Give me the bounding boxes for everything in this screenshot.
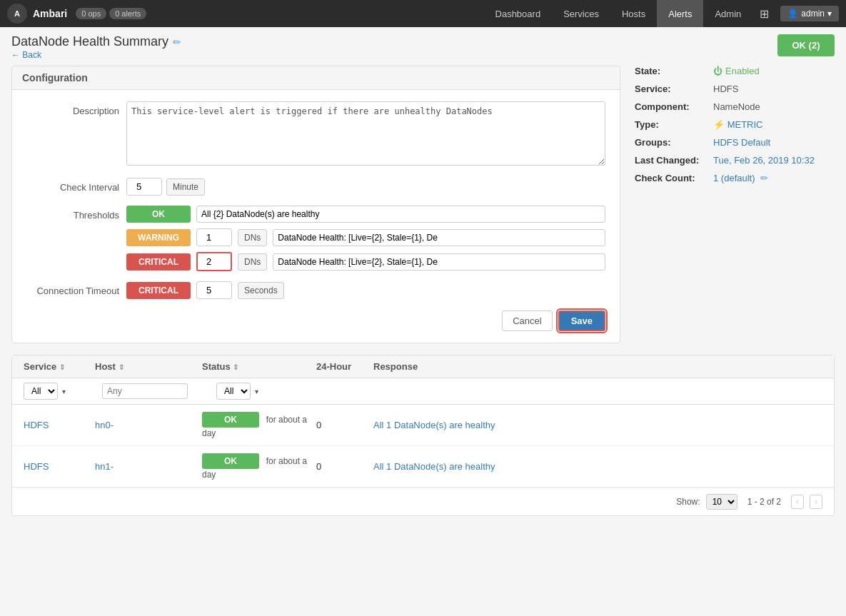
row1-status: OK for about a day: [202, 412, 316, 438]
user-dropdown-icon: ▾: [827, 9, 832, 19]
thresholds-row: Thresholds OK WARNING: [26, 206, 605, 271]
row2-service: HDFS: [24, 461, 95, 472]
show-select[interactable]: 10: [706, 494, 737, 510]
check-count-edit-icon[interactable]: ✏: [760, 173, 768, 183]
nav-links: Dashboard Services Hosts Alerts Admin: [484, 0, 753, 27]
back-link[interactable]: ← Back: [11, 50, 41, 60]
groups-row: Groups: HDFS Default: [635, 137, 835, 148]
table-filter-row: All ▾ All ▾: [12, 378, 834, 405]
row1-service-link[interactable]: HDFS: [24, 420, 49, 430]
status-filter-select[interactable]: All: [216, 383, 251, 400]
status-filter-cell: All ▾: [216, 383, 331, 400]
description-row: Description This service-level alert is …: [26, 101, 605, 168]
connection-timeout-input[interactable]: [196, 281, 232, 299]
critical-threshold-text[interactable]: [273, 253, 605, 271]
main-content: Configuration Description This service-l…: [11, 66, 835, 343]
save-button[interactable]: Save: [558, 310, 605, 331]
ok-threshold-row: OK: [126, 206, 605, 223]
status-sort-icon[interactable]: ⇕: [233, 363, 238, 371]
col-header-service: Service ⇕: [24, 361, 95, 372]
check-count-label: Check Count:: [635, 173, 713, 183]
check-interval-input[interactable]: [126, 178, 162, 196]
config-panel: Configuration Description This service-l…: [11, 66, 620, 343]
edit-icon[interactable]: ✏: [173, 36, 181, 48]
row2-service-link[interactable]: HDFS: [24, 461, 49, 472]
row2-response: All 1 DataNode(s) are healthy: [373, 461, 822, 472]
pagination-prev[interactable]: ‹: [791, 495, 804, 509]
col-header-host: Host ⇕: [95, 361, 202, 372]
state-value: ⏻ Enabled: [713, 66, 760, 76]
connection-timeout-unit: Seconds: [238, 282, 284, 299]
host-filter-input[interactable]: [102, 383, 188, 399]
check-interval-control: Minute: [126, 178, 605, 196]
col-header-24hour: 24-Hour: [316, 361, 373, 372]
thresholds-label: Thresholds: [26, 206, 119, 221]
type-label: Type:: [635, 119, 713, 130]
service-info-row: Service: HDFS: [635, 84, 835, 94]
critical-unit: DNs: [238, 253, 267, 271]
col-host-label: Host: [95, 361, 116, 372]
config-panel-body: Description This service-level alert is …: [12, 90, 620, 343]
ok-threshold-input[interactable]: [196, 206, 605, 223]
row1-status-badge: OK: [202, 412, 259, 428]
service-filter-select[interactable]: All: [24, 383, 58, 400]
critical-threshold-btn[interactable]: CRITICAL: [126, 253, 191, 271]
check-count-row: Check Count: 1 (default) ✏: [635, 173, 835, 183]
col-header-status: Status ⇕: [202, 361, 316, 372]
row2-host-link[interactable]: hn1-: [95, 461, 114, 472]
pagination-row: Show: 10 1 - 2 of 2 ‹ ›: [12, 488, 834, 515]
user-label: admin: [801, 9, 825, 19]
nav-services[interactable]: Services: [552, 0, 610, 27]
logo-icon: A: [7, 4, 27, 24]
pagination-range: 1 - 2 of 2: [747, 497, 781, 507]
row1-response: All 1 DataNode(s) are healthy: [373, 420, 822, 430]
cancel-button[interactable]: Cancel: [502, 310, 552, 331]
config-panel-header: Configuration: [12, 66, 620, 90]
connection-timeout-btn[interactable]: CRITICAL: [126, 282, 191, 299]
lightning-icon: ⚡: [713, 119, 727, 130]
check-interval-group: Minute: [126, 178, 605, 196]
warning-threshold-text[interactable]: [273, 229, 605, 246]
ok-button[interactable]: OK (2): [777, 34, 835, 56]
col-header-response: Response: [373, 361, 822, 372]
component-label: Component:: [635, 101, 713, 112]
description-textarea[interactable]: This service-level alert is triggered if…: [126, 101, 605, 166]
col-status-label: Status: [202, 361, 231, 372]
critical-threshold-input[interactable]: [196, 252, 232, 271]
row2-count: 0: [316, 461, 373, 472]
warning-threshold-input[interactable]: [196, 228, 232, 246]
nav-admin[interactable]: Admin: [703, 0, 752, 27]
connection-timeout-label: Connection Timeout: [26, 281, 119, 296]
row1-response-link[interactable]: All 1 DataNode(s) are healthy: [373, 420, 495, 430]
nav-alerts[interactable]: Alerts: [657, 0, 703, 27]
connection-timeout-row: Connection Timeout CRITICAL Seconds: [26, 281, 605, 299]
col-service-label: Service: [24, 361, 56, 372]
user-menu[interactable]: 👤 admin ▾: [780, 6, 839, 21]
pagination-next[interactable]: ›: [810, 495, 822, 509]
ops-badge[interactable]: 0 ops: [76, 8, 106, 19]
description-control: This service-level alert is triggered if…: [126, 101, 605, 168]
page-header: DataNode Health Summary ✏ ← Back OK (2): [11, 34, 835, 60]
page-title-text: DataNode Health Summary: [11, 34, 168, 49]
row1-host-link[interactable]: hn0-: [95, 420, 114, 430]
info-panel: State: ⏻ Enabled Service: HDFS Component…: [635, 66, 835, 343]
nav-dashboard[interactable]: Dashboard: [484, 0, 553, 27]
nav-hosts[interactable]: Hosts: [610, 0, 657, 27]
host-sort-icon[interactable]: ⇕: [119, 363, 124, 371]
service-sort-icon[interactable]: ⇕: [59, 363, 65, 371]
warning-threshold-btn[interactable]: WARNING: [126, 229, 191, 246]
state-label: State:: [635, 66, 713, 76]
alerts-badge[interactable]: 0 alerts: [109, 8, 146, 19]
state-row: State: ⏻ Enabled: [635, 66, 835, 76]
last-changed-label: Last Changed:: [635, 155, 713, 166]
grid-icon[interactable]: ⊞: [752, 0, 776, 27]
top-navigation: A Ambari 0 ops 0 alerts Dashboard Servic…: [0, 0, 846, 27]
row2-response-link[interactable]: All 1 DataNode(s) are healthy: [373, 461, 495, 472]
app-logo[interactable]: A Ambari: [7, 4, 67, 24]
check-count-value: 1 (default) ✏: [713, 173, 768, 183]
ok-threshold-btn[interactable]: OK: [126, 206, 191, 223]
page-title-area: DataNode Health Summary ✏ ← Back: [11, 34, 181, 60]
table-header-row: Service ⇕ Host ⇕ Status ⇕ 24-Hour Respon…: [12, 355, 834, 378]
row2-status-badge: OK: [202, 453, 259, 469]
warning-unit: DNs: [238, 229, 267, 246]
